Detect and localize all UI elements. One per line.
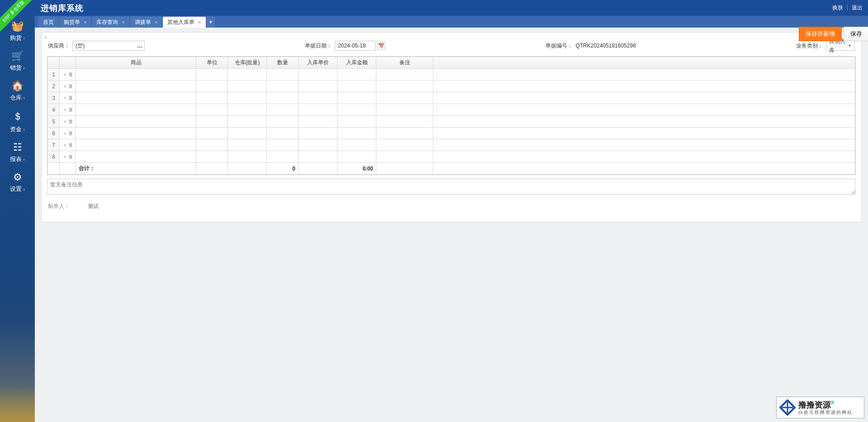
corner-ribbon-text: ERP 多仓库版	[0, 0, 36, 16]
divider: |	[847, 4, 848, 12]
app-title: 进销库系统	[41, 3, 84, 14]
app-header: 进销库系统 换肤 | 退出	[0, 0, 868, 16]
skin-link[interactable]: 换肤	[832, 4, 843, 12]
corner-ribbon: ERP 多仓库版	[0, 0, 36, 16]
logout-link[interactable]: 退出	[852, 4, 863, 12]
header-links: 换肤 | 退出	[832, 4, 863, 12]
